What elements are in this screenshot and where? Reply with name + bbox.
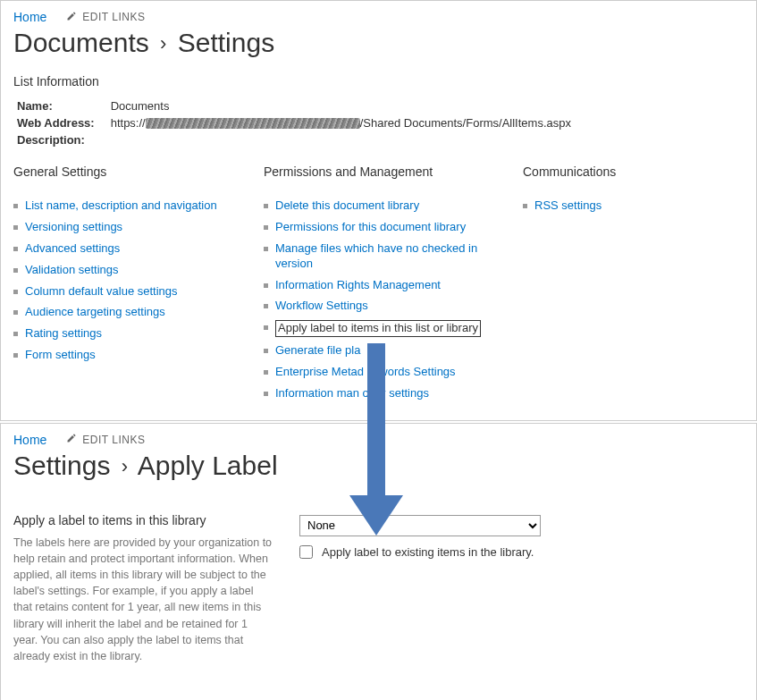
settings-link[interactable]: RSS settings: [534, 198, 601, 214]
bullet-icon: [13, 332, 18, 336]
list-item: Information man olicy settings: [264, 386, 505, 401]
bullet-icon: [264, 325, 268, 330]
edit-links-button[interactable]: EDIT LINKS: [66, 11, 145, 24]
list-item: Column default value settings: [13, 284, 246, 299]
bullet-icon: [264, 247, 268, 251]
list-item: List name, description and navigation: [13, 198, 246, 214]
pencil-icon: [66, 433, 77, 446]
list-item: RSS settings: [523, 198, 702, 214]
bullet-icon: [13, 204, 18, 208]
settings-link[interactable]: Apply label to items in this list or lib…: [275, 320, 481, 337]
settings-link[interactable]: Information Rights Management: [275, 278, 441, 293]
home-link-2[interactable]: Home: [13, 433, 46, 447]
label-select[interactable]: None: [299, 515, 541, 536]
bullet-icon: [13, 247, 18, 251]
apply-label-body: The labels here are provided by your org…: [13, 535, 273, 664]
info-web-label: Web Address:: [17, 114, 111, 131]
bullet-icon: [264, 392, 268, 396]
permissions-management-list: Delete this document libraryPermissions …: [264, 198, 505, 401]
bullet-icon: [13, 225, 18, 230]
pencil-icon: [66, 11, 77, 24]
bullet-icon: [264, 349, 268, 353]
breadcrumb-separator-icon: ›: [118, 455, 131, 477]
settings-link[interactable]: Manage files which have no checked in ve…: [275, 241, 505, 272]
settings-link[interactable]: Rating settings: [25, 326, 102, 342]
apply-label-controls: None Apply label to existing items in th…: [299, 515, 541, 559]
apply-existing-checkbox[interactable]: [299, 545, 313, 559]
col-permissions-management: Permissions and Management Delete this d…: [264, 164, 505, 408]
settings-link[interactable]: Information man olicy settings: [275, 386, 429, 401]
settings-panel: Home EDIT LINKS Documents › Settings Lis…: [0, 0, 757, 421]
bullet-icon: [264, 370, 268, 375]
list-item: Versioning settings: [13, 220, 246, 235]
settings-link[interactable]: Generate file pla: [275, 343, 360, 358]
home-link[interactable]: Home: [13, 10, 46, 24]
settings-link[interactable]: Delete this document library: [275, 198, 419, 214]
redacted-url: [146, 118, 360, 129]
list-info-table: Name: Documents Web Address: https:///Sh…: [17, 97, 587, 148]
col-heading-communications: Communications: [523, 164, 702, 179]
top-nav-2: Home EDIT LINKS: [13, 433, 744, 447]
info-name-value: Documents: [111, 97, 587, 114]
bullet-icon: [13, 353, 18, 358]
info-description-label: Description:: [17, 131, 111, 148]
col-heading-general: General Settings: [13, 164, 246, 179]
bullet-icon: [264, 225, 268, 230]
settings-link[interactable]: Advanced settings: [25, 241, 120, 257]
list-item: Generate file pla: [264, 343, 505, 358]
edit-links-label: EDIT LINKS: [82, 11, 145, 23]
settings-link[interactable]: Column default value settings: [25, 284, 178, 299]
bullet-icon: [13, 290, 18, 294]
list-item: Delete this document library: [264, 198, 505, 214]
top-nav: Home EDIT LINKS: [13, 10, 744, 24]
list-item: Form settings: [13, 348, 246, 363]
settings-link[interactable]: Versioning settings: [25, 220, 122, 235]
list-item: Manage files which have no checked in ve…: [264, 241, 505, 272]
settings-link[interactable]: Form settings: [25, 348, 96, 363]
list-item: Rating settings: [13, 326, 246, 342]
apply-label-description: Apply a label to items in this library T…: [13, 497, 273, 664]
settings-columns: General Settings List name, description …: [13, 164, 744, 408]
settings-link[interactable]: Audience targeting settings: [25, 305, 165, 320]
bullet-icon: [13, 310, 18, 315]
apply-label-subheading: Apply a label to items in this library: [13, 513, 273, 527]
communications-list: RSS settings: [523, 198, 702, 214]
info-name-label: Name:: [17, 97, 111, 114]
title-right-2: Apply Label: [138, 451, 278, 480]
list-item: Permissions for this document library: [264, 220, 505, 235]
settings-link[interactable]: List name, description and navigation: [25, 198, 217, 214]
info-web-value: https:///Shared Documents/Forms/AllItems…: [111, 114, 587, 131]
apply-existing-label: Apply label to existing items in the lib…: [322, 545, 534, 559]
title-left-2: Settings: [13, 451, 110, 480]
list-item: Apply label to items in this list or lib…: [264, 320, 505, 337]
bullet-icon: [264, 204, 268, 208]
general-settings-list: List name, description and navigationVer…: [13, 198, 246, 363]
apply-label-panel: Home EDIT LINKS Settings › Apply Label A…: [0, 423, 757, 700]
col-communications: Communications RSS settings: [523, 164, 702, 408]
breadcrumb-separator-icon: ›: [156, 32, 170, 55]
title-right: Settings: [178, 28, 274, 57]
col-general-settings: General Settings List name, description …: [13, 164, 246, 408]
list-item: Workflow Settings: [264, 299, 505, 314]
bullet-icon: [523, 204, 527, 208]
list-item: Advanced settings: [13, 241, 246, 257]
settings-link[interactable]: Validation settings: [25, 263, 119, 278]
list-item: Audience targeting settings: [13, 305, 246, 320]
list-information-heading: List Information: [13, 74, 744, 89]
settings-link[interactable]: Permissions for this document library: [275, 220, 466, 235]
list-item: Enterprise Metad eywords Settings: [264, 365, 505, 380]
page-title: Documents › Settings: [13, 28, 744, 58]
list-item: Validation settings: [13, 263, 246, 278]
title-left: Documents: [13, 28, 149, 57]
bullet-icon: [264, 283, 268, 288]
col-heading-permissions: Permissions and Management: [264, 164, 505, 179]
edit-links-button-2[interactable]: EDIT LINKS: [66, 433, 145, 446]
edit-links-label: EDIT LINKS: [82, 434, 145, 446]
page-title-2: Settings › Apply Label: [13, 451, 744, 481]
settings-link[interactable]: Enterprise Metad eywords Settings: [275, 365, 456, 380]
settings-link[interactable]: Workflow Settings: [275, 299, 368, 314]
bullet-icon: [13, 268, 18, 273]
list-item: Information Rights Management: [264, 278, 505, 293]
bullet-icon: [264, 304, 268, 308]
